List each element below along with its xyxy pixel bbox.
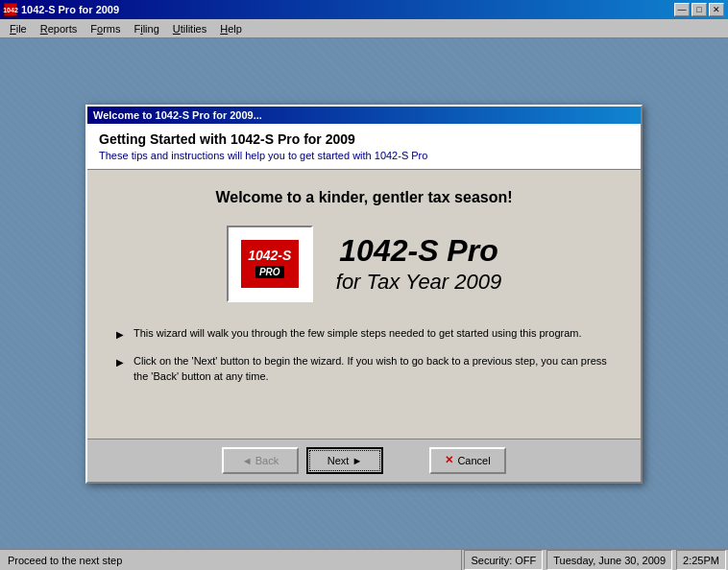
- status-date: Tuesday, June 30, 2009: [546, 550, 672, 570]
- menu-help[interactable]: Help: [214, 21, 248, 36]
- title-bar: 1042 1042-S Pro for 2009 — □ ✕: [0, 0, 728, 19]
- back-button-label: ◄ Back: [242, 455, 279, 466]
- dialog-title-bar: Welcome to 1042-S Pro for 2009...: [87, 107, 641, 124]
- cancel-icon: ✕: [445, 454, 453, 466]
- dialog-title: Welcome to 1042-S Pro for 2009...: [93, 109, 262, 121]
- product-name-line2: for Tax Year 2009: [336, 270, 501, 295]
- product-logo: 1042-S PRO: [227, 226, 313, 302]
- bullet-item-1: ▶ This wizard will walk you through the …: [116, 325, 612, 342]
- welcome-dialog: Welcome to 1042-S Pro for 2009... Gettin…: [85, 105, 643, 484]
- bullet-text-1: This wizard will walk you through the fe…: [133, 325, 582, 342]
- logo-pro-text: PRO: [255, 266, 284, 278]
- app-title: 1042-S Pro for 2009: [21, 4, 119, 15]
- status-time: 2:25PM: [676, 550, 726, 570]
- next-button-label: Next ►: [328, 455, 363, 466]
- app-icon: 1042: [4, 3, 17, 16]
- bullet-item-2: ▶ Click on the 'Next' button to begin th…: [116, 353, 612, 385]
- bullet-arrow-2: ▶: [116, 355, 124, 369]
- product-name-line1: 1042-S Pro: [336, 232, 501, 269]
- maximize-button[interactable]: □: [692, 3, 707, 16]
- menu-filing[interactable]: Filing: [128, 21, 164, 36]
- dialog-header: Getting Started with 1042-S Pro for 2009…: [87, 124, 641, 170]
- dialog-header-subtitle: These tips and instructions will help yo…: [99, 150, 629, 161]
- logo-text: 1042-S: [248, 249, 291, 263]
- product-name-area: 1042-S Pro for Tax Year 2009: [336, 232, 501, 294]
- menu-forms[interactable]: Forms: [85, 21, 126, 36]
- menu-reports[interactable]: Reports: [35, 21, 84, 36]
- cancel-button[interactable]: ✕ Cancel: [429, 447, 506, 474]
- bullet-arrow-1: ▶: [116, 327, 124, 342]
- minimize-button[interactable]: —: [674, 3, 690, 16]
- status-security: Security: OFF: [464, 550, 543, 570]
- next-button[interactable]: Next ►: [306, 447, 383, 474]
- welcome-heading: Welcome to a kinder, gentler tax season!: [215, 189, 512, 206]
- bullet-list: ▶ This wizard will walk you through the …: [116, 325, 612, 385]
- dialog-buttons: ◄ Back Next ► ✕ Cancel: [87, 439, 641, 482]
- menu-file[interactable]: File: [4, 21, 33, 36]
- status-message: Proceed to the next step: [0, 550, 462, 570]
- title-buttons: — □ ✕: [674, 3, 724, 16]
- main-area: Welcome to 1042-S Pro for 2009... Gettin…: [0, 38, 728, 549]
- close-button[interactable]: ✕: [709, 3, 724, 16]
- product-showcase: 1042-S PRO 1042-S Pro for Tax Year 2009: [227, 226, 501, 302]
- back-button[interactable]: ◄ Back: [222, 447, 299, 474]
- dialog-header-title: Getting Started with 1042-S Pro for 2009: [99, 131, 629, 147]
- dialog-content: Welcome to a kinder, gentler tax season!…: [87, 170, 641, 439]
- status-bar: Proceed to the next step Security: OFF T…: [0, 549, 728, 570]
- logo-inner: 1042-S PRO: [241, 240, 299, 288]
- cancel-button-label: Cancel: [457, 455, 490, 466]
- title-bar-left: 1042 1042-S Pro for 2009: [4, 3, 119, 16]
- menu-bar: File Reports Forms Filing Utilities Help: [0, 19, 728, 38]
- menu-utilities[interactable]: Utilities: [167, 21, 212, 36]
- bullet-text-2: Click on the 'Next' button to begin the …: [133, 353, 612, 385]
